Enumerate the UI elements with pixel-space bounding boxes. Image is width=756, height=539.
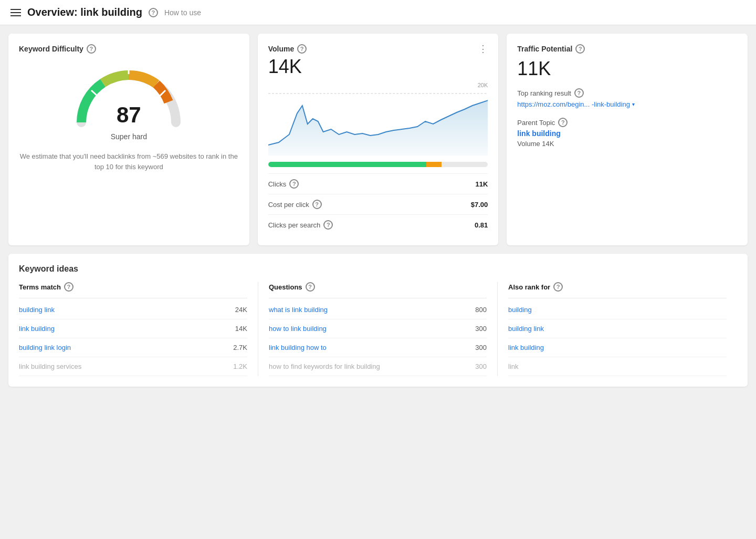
- tp-help-icon[interactable]: ?: [575, 44, 585, 54]
- also-rank-for-help-icon[interactable]: ?: [553, 282, 563, 292]
- keyword-difficulty-card: Keyword Difficulty ?: [8, 34, 249, 245]
- cpc-label-text: Cost per click: [268, 201, 309, 209]
- list-item: link: [508, 357, 727, 376]
- progress-green-segment: [268, 162, 426, 167]
- volume-card-header: Volume ? ⋮: [268, 44, 488, 54]
- main-content: Keyword Difficulty ?: [0, 25, 756, 395]
- terms-match-link-3[interactable]: building link login: [19, 344, 71, 351]
- tp-title-text: Traffic Potential: [517, 45, 572, 53]
- more-options-icon[interactable]: ⋮: [478, 44, 488, 54]
- volume-chart: 20K: [268, 82, 488, 156]
- terms-match-column: Terms match ? building link 24K link bui…: [19, 282, 258, 376]
- questions-count-1: 800: [475, 306, 487, 314]
- volume-card: Volume ? ⋮ 14K 20K: [258, 34, 499, 245]
- questions-column: Questions ? what is link building 800 ho…: [258, 282, 498, 376]
- cps-metric-row: Clicks per search ? 0.81: [268, 214, 488, 235]
- questions-header: Questions ?: [269, 282, 487, 298]
- kd-help-icon[interactable]: ?: [87, 44, 96, 54]
- top-cards-row: Keyword Difficulty ?: [8, 34, 748, 245]
- questions-link-1[interactable]: what is link building: [269, 306, 328, 314]
- gauge-container: 87: [71, 62, 186, 130]
- cpc-help-icon[interactable]: ?: [312, 200, 322, 209]
- tp-parent-topic-text: Parent Topic: [517, 119, 555, 127]
- keyword-ideas-grid: Terms match ? building link 24K link bui…: [19, 282, 737, 376]
- cps-value: 0.81: [475, 221, 488, 229]
- tp-parent-topic-label: Parent Topic ?: [517, 118, 737, 127]
- terms-match-count-2: 14K: [235, 325, 247, 333]
- traffic-potential-card: Traffic Potential ? 11K Top ranking resu…: [507, 34, 748, 245]
- terms-match-count-3: 2.7K: [233, 344, 247, 351]
- terms-match-link-2[interactable]: link building: [19, 325, 55, 333]
- clicks-progress-bar: [268, 162, 488, 167]
- hamburger-menu[interactable]: [10, 9, 21, 16]
- cpc-label: Cost per click ?: [268, 200, 322, 209]
- keyword-ideas-card: Keyword ideas Terms match ? building lin…: [8, 254, 748, 387]
- volume-value: 14K: [268, 56, 488, 78]
- clicks-label: Clicks ?: [268, 179, 299, 189]
- tp-parent-volume: Volume 14K: [517, 140, 737, 148]
- terms-match-help-icon[interactable]: ?: [64, 282, 74, 292]
- gauge-center: 87: [117, 104, 141, 126]
- cps-help-icon[interactable]: ?: [323, 220, 333, 230]
- tp-parent-help-icon[interactable]: ?: [558, 118, 568, 127]
- volume-title-text: Volume: [268, 45, 295, 53]
- questions-link-2[interactable]: how to link building: [269, 325, 327, 333]
- list-item: how to link building 300: [269, 319, 487, 338]
- page-title: Overview: link building: [27, 6, 142, 18]
- chart-max-label: 20K: [478, 82, 488, 88]
- kd-description: We estimate that you'll need backlinks f…: [19, 151, 239, 172]
- clicks-value: 11K: [475, 180, 488, 188]
- cpc-metric-row: Cost per click ? $7.00: [268, 194, 488, 214]
- list-item: building: [508, 300, 727, 319]
- progress-orange-segment: [426, 162, 442, 167]
- terms-match-count-4: 1.2K: [233, 362, 247, 370]
- volume-chart-svg: [268, 82, 488, 156]
- page-header: Overview: link building ? How to use: [0, 0, 756, 25]
- terms-match-header-text: Terms match: [19, 283, 61, 291]
- kd-difficulty-label: Super hard: [19, 132, 239, 141]
- clicks-help-icon[interactable]: ?: [289, 179, 299, 189]
- questions-header-text: Questions: [269, 283, 302, 291]
- list-item: building link login 2.7K: [19, 338, 247, 357]
- also-rank-link-3[interactable]: link building: [508, 344, 544, 351]
- also-rank-link-4[interactable]: link: [508, 362, 519, 370]
- tp-value: 11K: [517, 58, 737, 80]
- tp-link-chevron-icon: ▾: [632, 101, 635, 108]
- also-rank-for-column: Also rank for ? building building link l…: [498, 282, 737, 376]
- tp-top-ranking-help-icon[interactable]: ?: [574, 88, 584, 98]
- list-item: link building: [508, 338, 727, 357]
- terms-match-header: Terms match ?: [19, 282, 247, 298]
- also-rank-link-2[interactable]: building link: [508, 325, 544, 333]
- clicks-label-text: Clicks: [268, 180, 287, 188]
- list-item: building link: [508, 319, 727, 338]
- list-item: building link 24K: [19, 300, 247, 319]
- tp-parent-topic-link[interactable]: link building: [517, 129, 737, 138]
- cpc-value: $7.00: [471, 201, 488, 209]
- questions-link-4[interactable]: how to find keywords for link building: [269, 362, 380, 370]
- tp-title: Traffic Potential ?: [517, 44, 737, 54]
- tp-top-ranking-url: https://moz.com/begin... -link-building: [517, 100, 630, 109]
- clicks-metric-row: Clicks ? 11K: [268, 173, 488, 194]
- title-help-icon[interactable]: ?: [149, 8, 158, 17]
- also-rank-for-header-text: Also rank for: [508, 283, 550, 291]
- also-rank-link-1[interactable]: building: [508, 306, 532, 314]
- questions-count-2: 300: [475, 325, 487, 333]
- terms-match-link-4[interactable]: link building services: [19, 362, 81, 370]
- kd-card-title: Keyword Difficulty ?: [19, 44, 239, 54]
- list-item: how to find keywords for link building 3…: [269, 357, 487, 376]
- volume-help-icon[interactable]: ?: [297, 44, 307, 54]
- cps-label: Clicks per search ?: [268, 220, 333, 230]
- tp-top-ranking-link[interactable]: https://moz.com/begin... -link-building …: [517, 100, 737, 109]
- tp-top-ranking-text: Top ranking result: [517, 89, 571, 97]
- list-item: link building how to 300: [269, 338, 487, 357]
- terms-match-link-1[interactable]: building link: [19, 306, 55, 314]
- kd-title-text: Keyword Difficulty: [19, 45, 83, 53]
- list-item: link building 14K: [19, 319, 247, 338]
- kd-value: 87: [117, 104, 141, 126]
- how-to-use-link[interactable]: How to use: [164, 8, 201, 17]
- terms-match-count-1: 24K: [235, 306, 247, 314]
- cps-label-text: Clicks per search: [268, 221, 321, 229]
- questions-link-3[interactable]: link building how to: [269, 344, 327, 351]
- questions-help-icon[interactable]: ?: [306, 282, 315, 292]
- questions-count-4: 300: [475, 362, 487, 370]
